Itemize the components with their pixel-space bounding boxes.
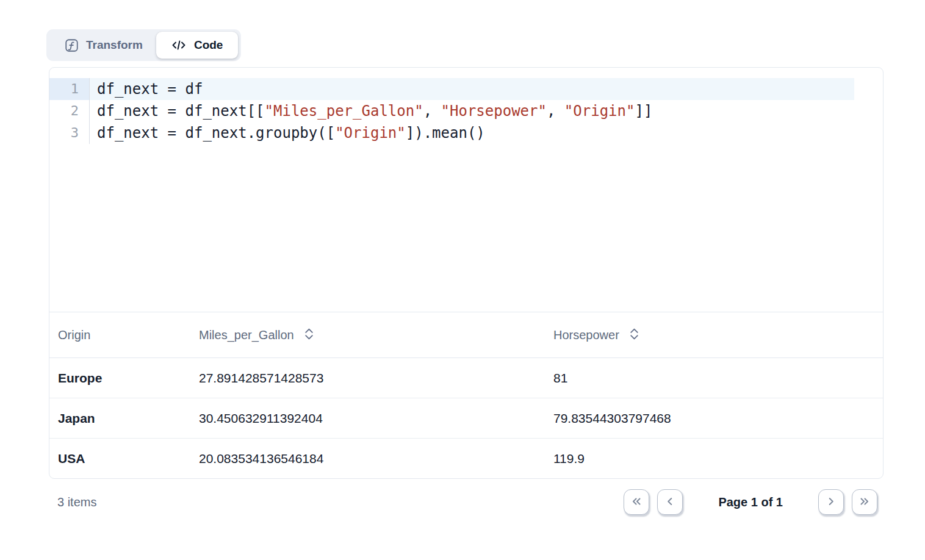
code-line[interactable]: 1df_next = df (49, 78, 883, 100)
code-line-text: df_next = df_next.groupby(["Origin"]).me… (90, 122, 854, 144)
cell-miles-per-gallon: 30.450632911392404 (199, 411, 553, 426)
items-count: 3 items (49, 495, 96, 509)
cell-origin: Japan (58, 411, 199, 426)
last-page-button[interactable] (852, 489, 877, 515)
cell-horsepower: 79.83544303797468 (553, 411, 883, 426)
pagination: Page 1 of 1 (624, 489, 884, 515)
line-number: 2 (49, 100, 90, 122)
table-row: Japan30.45063291139240479.83544303797468 (49, 398, 883, 439)
table-header-row: Origin Miles_per_Gallon Horsepower (49, 312, 883, 358)
table-footer: 3 items Page 1 of 1 (49, 487, 884, 517)
table-body: Europe27.89142857142857381Japan30.450632… (49, 358, 883, 478)
chevron-right-icon (824, 495, 838, 510)
code-line-text: df_next = df_next[["Miles_per_Gallon", "… (90, 100, 854, 122)
column-header-origin: Origin (58, 328, 199, 342)
tab-code-label: Code (194, 38, 223, 52)
code-line-text: df_next = df (90, 78, 854, 100)
page-indicator: Page 1 of 1 (718, 495, 783, 509)
sort-button-horsepower[interactable] (630, 328, 639, 342)
tab-code[interactable]: Code (156, 32, 239, 59)
prev-page-button[interactable] (657, 489, 683, 515)
next-page-button[interactable] (818, 489, 844, 515)
sort-button-miles-per-gallon[interactable] (304, 328, 314, 342)
sort-icon (304, 328, 314, 342)
code-line[interactable]: 2df_next = df_next[["Miles_per_Gallon", … (49, 100, 883, 122)
table-row: USA20.083534136546184119.9 (49, 439, 883, 478)
column-header-miles-per-gallon: Miles_per_Gallon (199, 328, 553, 342)
code-icon (171, 39, 186, 51)
code-line[interactable]: 3df_next = df_next.groupby(["Origin"]).m… (49, 122, 883, 144)
sort-icon (630, 328, 639, 342)
table-row: Europe27.89142857142857381 (49, 358, 883, 398)
cell-miles-per-gallon: 20.083534136546184 (199, 451, 553, 466)
column-header-label: Horsepower (553, 328, 619, 342)
function-icon (65, 39, 78, 52)
chevrons-right-icon (858, 495, 871, 510)
tab-transform[interactable]: Transform (46, 38, 156, 52)
tab-transform-label: Transform (86, 38, 143, 52)
first-page-button[interactable] (624, 489, 649, 515)
chevrons-left-icon (630, 495, 643, 510)
cell-miles-per-gallon: 27.891428571428573 (199, 371, 553, 386)
code-editor[interactable]: 1df_next = df2df_next = df_next[["Miles_… (49, 68, 883, 312)
cell-origin: USA (58, 451, 199, 466)
column-header-label: Miles_per_Gallon (199, 328, 294, 342)
cell-origin: Europe (58, 371, 199, 386)
view-tabbar: Transform Code (46, 29, 241, 61)
column-header-horsepower: Horsepower (553, 328, 883, 342)
column-header-label: Origin (58, 328, 90, 342)
result-table: Origin Miles_per_Gallon Horsepower (49, 312, 883, 478)
line-number: 3 (49, 122, 90, 144)
chevron-left-icon (663, 495, 677, 510)
transform-panel: 1df_next = df2df_next = df_next[["Miles_… (49, 67, 884, 479)
cell-horsepower: 81 (553, 371, 883, 386)
cell-horsepower: 119.9 (553, 451, 883, 466)
line-number: 1 (49, 78, 90, 100)
